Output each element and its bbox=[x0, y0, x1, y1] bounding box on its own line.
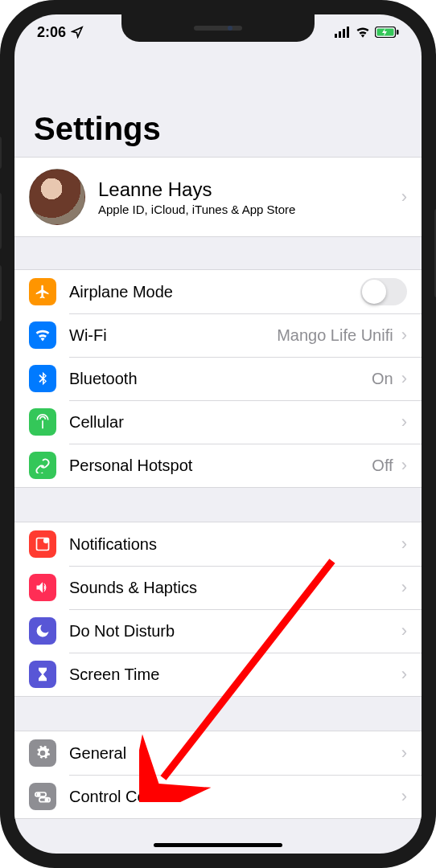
profile-subtitle: Apple ID, iCloud, iTunes & App Store bbox=[98, 203, 389, 216]
svg-rect-6 bbox=[397, 30, 399, 35]
row-general[interactable]: General› bbox=[14, 731, 422, 775]
svg-rect-2 bbox=[343, 29, 345, 38]
chevron-right-icon: › bbox=[401, 325, 407, 346]
row-wifi[interactable]: Wi-FiMango Life Unifi› bbox=[14, 313, 422, 357]
chevron-right-icon: › bbox=[401, 368, 407, 389]
row-label: General bbox=[69, 744, 401, 763]
moon-icon bbox=[29, 617, 56, 645]
row-controlcenter[interactable]: Control Center› bbox=[14, 775, 422, 818]
home-indicator[interactable] bbox=[154, 843, 282, 847]
mute-switch bbox=[0, 137, 2, 169]
settings-group: Notifications›Sounds & Haptics›Do Not Di… bbox=[14, 522, 422, 697]
row-detail: Mango Life Unifi bbox=[277, 326, 393, 345]
page-title: Settings bbox=[14, 111, 422, 157]
battery-charging-icon bbox=[375, 27, 399, 38]
volume-down-button bbox=[0, 265, 2, 321]
row-label: Notifications bbox=[69, 535, 401, 554]
row-label: Wi-Fi bbox=[69, 326, 277, 345]
avatar bbox=[29, 169, 85, 225]
row-cellular[interactable]: Cellular› bbox=[14, 400, 422, 444]
row-sounds[interactable]: Sounds & Haptics› bbox=[14, 566, 422, 609]
row-airplane[interactable]: Airplane Mode bbox=[14, 270, 422, 313]
settings-group: General›Control Center› bbox=[14, 731, 422, 819]
row-label: Screen Time bbox=[69, 665, 401, 684]
row-screentime[interactable]: Screen Time› bbox=[14, 653, 422, 696]
phone-frame: 2:06 Settings Leanne Hays Apple ID, iClo… bbox=[0, 0, 436, 868]
location-arrow-icon bbox=[71, 26, 84, 39]
row-label: Airplane Mode bbox=[69, 283, 360, 301]
svg-rect-1 bbox=[339, 31, 341, 38]
profile-row[interactable]: Leanne Hays Apple ID, iCloud, iTunes & A… bbox=[14, 157, 422, 237]
status-time: 2:06 bbox=[37, 24, 66, 41]
link-icon bbox=[29, 452, 56, 479]
row-label: Do Not Disturb bbox=[69, 622, 401, 641]
chevron-right-icon: › bbox=[401, 786, 407, 807]
cellular-signal-icon bbox=[335, 27, 351, 38]
row-detail: Off bbox=[372, 457, 393, 475]
row-dnd[interactable]: Do Not Disturb› bbox=[14, 609, 422, 653]
row-label: Personal Hotspot bbox=[69, 457, 372, 475]
wifi-status-icon bbox=[356, 27, 370, 38]
bluetooth-icon bbox=[29, 365, 56, 392]
chevron-right-icon: › bbox=[401, 186, 407, 207]
hourglass-icon bbox=[29, 661, 56, 688]
gear-icon bbox=[29, 739, 56, 767]
row-hotspot[interactable]: Personal HotspotOff› bbox=[14, 444, 422, 487]
bell-square-icon bbox=[29, 530, 56, 558]
profile-name: Leanne Hays bbox=[98, 178, 389, 201]
svg-point-9 bbox=[45, 799, 47, 801]
screen: 2:06 Settings Leanne Hays Apple ID, iClo… bbox=[14, 14, 422, 854]
row-label: Sounds & Haptics bbox=[69, 579, 401, 597]
antenna-icon bbox=[29, 408, 56, 436]
chevron-right-icon: › bbox=[401, 664, 407, 685]
row-notifications[interactable]: Notifications› bbox=[14, 522, 422, 566]
chevron-right-icon: › bbox=[401, 411, 407, 432]
settings-group: Airplane ModeWi-FiMango Life Unifi›Bluet… bbox=[14, 269, 422, 488]
volume-up-button bbox=[0, 193, 2, 249]
row-label: Control Center bbox=[69, 788, 401, 806]
notch bbox=[121, 14, 315, 42]
switch-airplane[interactable] bbox=[360, 278, 407, 305]
chevron-right-icon: › bbox=[401, 577, 407, 598]
chevron-right-icon: › bbox=[401, 534, 407, 555]
speaker-icon bbox=[29, 574, 56, 601]
chevron-right-icon: › bbox=[401, 455, 407, 476]
row-bluetooth[interactable]: BluetoothOn› bbox=[14, 357, 422, 400]
row-label: Cellular bbox=[69, 413, 401, 432]
switches-icon bbox=[29, 783, 56, 810]
svg-point-8 bbox=[37, 793, 39, 796]
svg-rect-0 bbox=[335, 34, 337, 38]
svg-rect-3 bbox=[347, 27, 349, 38]
row-detail: On bbox=[372, 370, 393, 388]
chevron-right-icon: › bbox=[401, 743, 407, 764]
chevron-right-icon: › bbox=[401, 620, 407, 641]
wifi-icon bbox=[29, 321, 56, 349]
svg-point-7 bbox=[44, 538, 48, 542]
row-label: Bluetooth bbox=[69, 370, 372, 388]
airplane-icon bbox=[29, 278, 56, 305]
